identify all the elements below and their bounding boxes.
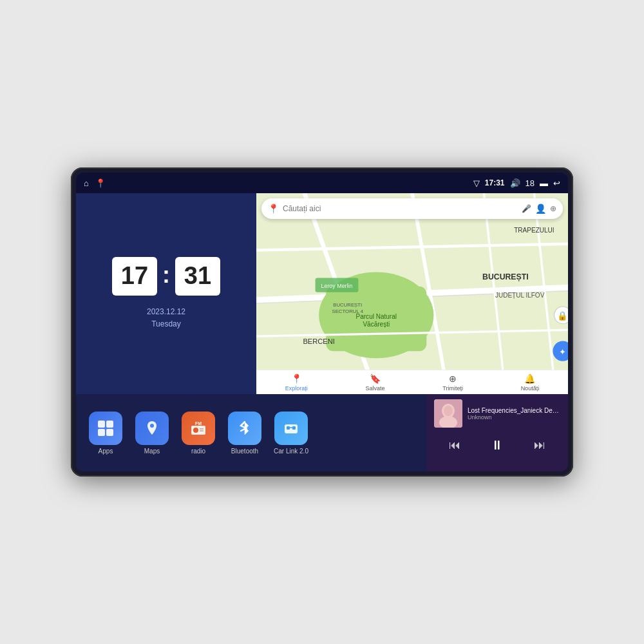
map-nav-saved[interactable]: 🔖 Salvate — [366, 374, 385, 392]
music-text: Lost Frequencies_Janieck Devy-... Unknow… — [468, 407, 560, 421]
maps-label: Maps — [144, 448, 160, 455]
svg-text:Văcărești: Văcărești — [363, 321, 390, 328]
clock-hour: 17 — [112, 257, 157, 296]
battery-icon: ▬ — [540, 178, 548, 188]
carlink-label: Car Link 2.0 — [274, 448, 308, 455]
explore-icon: 📍 — [291, 374, 302, 384]
clock-separator: : — [162, 261, 170, 289]
map-nav-saved-label: Salvate — [366, 385, 385, 392]
map-nav-news-label: Noutăți — [521, 385, 540, 392]
radio-icon: FM — [182, 412, 215, 445]
svg-text:TRAPEZULUI: TRAPEZULUI — [514, 227, 554, 234]
svg-text:BERCENI: BERCENI — [303, 337, 334, 345]
map-bottom-bar: 📍 Explorați 🔖 Salvate ⊕ Trimiteți 🔔 — [256, 370, 568, 394]
clock-minute: 31 — [175, 257, 220, 296]
status-bar-left: ⌂ 📍 — [84, 178, 106, 188]
prev-button[interactable]: ⏮ — [444, 436, 466, 455]
svg-text:✦: ✦ — [560, 347, 567, 357]
svg-text:Leroy Merlin: Leroy Merlin — [321, 283, 352, 289]
map-account-icon[interactable]: 👤 — [535, 204, 546, 214]
top-section: 17 : 31 2023.12.12 Tuesday — [76, 193, 568, 394]
map-search-bar[interactable]: 📍 Căutați aici 🎤 👤 ⊕ — [261, 198, 563, 219]
volume-icon: 🔊 — [510, 178, 520, 188]
clock-day: Tuesday — [147, 318, 185, 330]
play-pause-button[interactable]: ⏸ — [486, 435, 509, 455]
map-nav-explore[interactable]: 📍 Explorați — [285, 374, 308, 392]
device-shell: ⌂ 📍 ▽ 17:31 🔊 18 ▬ ↩ 17 : — [71, 167, 573, 477]
app-item-carlink[interactable]: Car Link 2.0 — [272, 412, 310, 455]
status-time: 17:31 — [485, 178, 505, 187]
music-controls: ⏮ ⏸ ⏭ — [434, 435, 560, 455]
svg-rect-32 — [193, 428, 198, 433]
clock-panel: 17 : 31 2023.12.12 Tuesday — [76, 193, 256, 394]
svg-text:🔒: 🔒 — [558, 310, 569, 321]
radio-label: radio — [191, 448, 205, 455]
clock-date-value: 2023.12.12 — [147, 306, 185, 318]
status-bar: ⌂ 📍 ▽ 17:31 🔊 18 ▬ ↩ — [76, 173, 568, 193]
svg-rect-27 — [106, 421, 113, 428]
battery-level: 18 — [526, 178, 535, 188]
carlink-icon — [274, 412, 308, 445]
saved-icon: 🔖 — [370, 374, 381, 384]
screen: ⌂ 📍 ▽ 17:31 🔊 18 ▬ ↩ 17 : — [76, 173, 568, 471]
map-nav-news[interactable]: 🔔 Noutăți — [521, 374, 540, 392]
svg-rect-38 — [292, 426, 296, 430]
app-item-bluetooth[interactable]: Bluetooth — [225, 412, 264, 455]
clock-display: 17 : 31 — [112, 257, 220, 296]
map-background: Parcul Natural Văcărești BUCUREȘTI JUDEȚ… — [256, 193, 568, 394]
main-content: 17 : 31 2023.12.12 Tuesday — [76, 193, 568, 471]
svg-text:BUCUREȘTI: BUCUREȘTI — [333, 302, 362, 308]
map-mic-icon[interactable]: 🎤 — [522, 204, 531, 213]
signal-icon: ▽ — [473, 178, 480, 188]
svg-point-30 — [150, 424, 154, 428]
map-nav-explore-label: Explorați — [285, 385, 308, 392]
music-title: Lost Frequencies_Janieck Devy-... — [468, 407, 560, 414]
map-pin-icon: 📍 — [268, 204, 279, 214]
music-info: Lost Frequencies_Janieck Devy-... Unknow… — [434, 399, 560, 428]
apps-label: Apps — [99, 448, 113, 455]
svg-point-43 — [444, 406, 453, 416]
map-nav-share[interactable]: ⊕ Trimiteți — [442, 374, 463, 392]
music-panel: Lost Frequencies_Janieck Devy-... Unknow… — [426, 394, 568, 471]
map-panel[interactable]: Parcul Natural Văcărești BUCUREȘTI JUDEȚ… — [256, 193, 568, 394]
next-button[interactable]: ⏭ — [529, 436, 551, 455]
music-artist: Unknown — [468, 414, 560, 421]
apps-icon — [89, 412, 122, 445]
svg-rect-37 — [287, 426, 290, 430]
svg-rect-29 — [106, 429, 113, 436]
svg-rect-28 — [98, 429, 105, 436]
nav-icon[interactable]: 📍 — [95, 178, 106, 188]
svg-text:FM: FM — [195, 421, 202, 426]
apps-row: Apps Maps — [76, 394, 426, 471]
back-icon[interactable]: ↩ — [553, 178, 560, 188]
share-icon: ⊕ — [449, 374, 457, 384]
svg-text:BUCUREȘTI: BUCUREȘTI — [482, 272, 528, 281]
home-icon[interactable]: ⌂ — [84, 178, 89, 188]
svg-text:JUDEȚUL ILFOV: JUDEȚUL ILFOV — [495, 292, 545, 299]
bluetooth-icon — [228, 412, 261, 445]
bottom-section: Apps Maps — [76, 394, 568, 471]
svg-text:SECTORUL 4: SECTORUL 4 — [332, 308, 363, 314]
map-nav-share-label: Trimiteți — [442, 385, 463, 392]
news-icon: 🔔 — [524, 374, 535, 384]
svg-rect-26 — [98, 421, 105, 428]
album-art — [434, 399, 462, 428]
app-item-apps[interactable]: Apps — [86, 412, 125, 455]
status-bar-right: ▽ 17:31 🔊 18 ▬ ↩ — [473, 178, 560, 188]
map-search-text: Căutați aici — [283, 204, 321, 213]
map-layers-icon[interactable]: ⊕ — [550, 204, 556, 213]
app-item-maps[interactable]: Maps — [133, 412, 171, 455]
maps-app-icon — [135, 412, 169, 445]
bluetooth-label: Bluetooth — [231, 448, 258, 455]
app-item-radio[interactable]: FM radio — [179, 412, 218, 455]
clock-date: 2023.12.12 Tuesday — [147, 306, 185, 330]
